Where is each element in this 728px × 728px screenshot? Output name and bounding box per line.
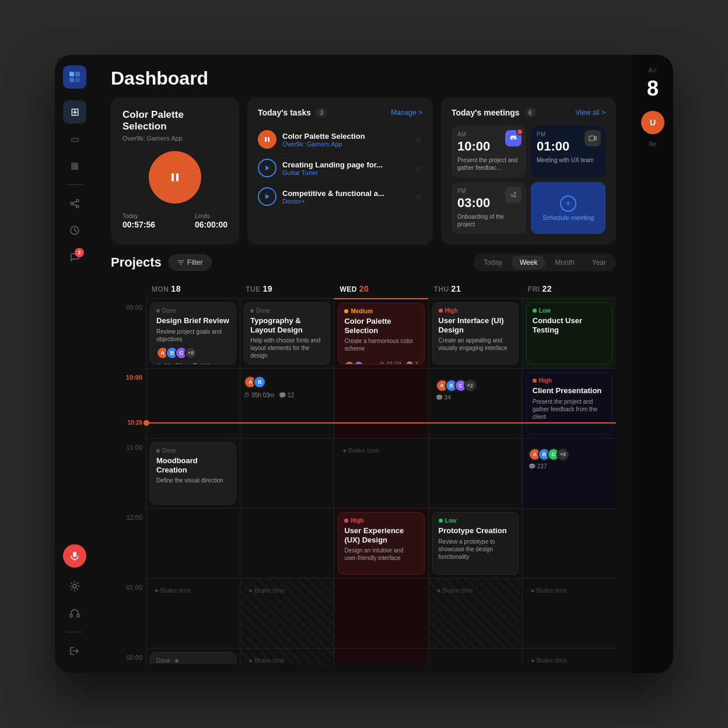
- calendar-icon: ▦: [71, 160, 79, 171]
- calendar-header: MON 18 TUE 19 WED 20 THU 21 FRI 22: [111, 279, 616, 298]
- cal-cell-thu-12: Low Prototype Creation Review a prototyp…: [428, 508, 522, 578]
- cal-cell-wed-9: Medium Color Palette Selection Create a …: [334, 298, 428, 368]
- timer-card: Color Palette Selection Over9k: Gamers A…: [111, 97, 239, 244]
- av-count: +2: [464, 379, 477, 392]
- svg-marker-19: [265, 166, 270, 170]
- view-all-link[interactable]: View all >: [576, 108, 606, 117]
- time-11: 11:00: [111, 438, 146, 508]
- meetings-card-header: Today's meetings 6 View all >: [452, 108, 606, 117]
- sidebar-divider-1: [66, 184, 83, 185]
- cal-cell-fri-10: High Client Presentation Present the pro…: [522, 368, 616, 438]
- day-header-wed: WED 20: [334, 279, 428, 298]
- svg-rect-14: [77, 614, 79, 617]
- task-name-3: Competitive & functional a...: [282, 189, 409, 198]
- tab-month[interactable]: Month: [547, 256, 582, 270]
- task-play-button-2[interactable]: [258, 159, 276, 177]
- teams-icon: [505, 187, 522, 203]
- cal-cell-thu-9: High User Interface (UI) Design Create a…: [428, 298, 522, 368]
- tab-year[interactable]: Year: [584, 256, 614, 270]
- brake-label-tue-14: ● Brake time: [244, 652, 330, 664]
- cal-cell-wed-11: ● Brake time: [334, 438, 428, 508]
- device-frame: ⊞ ▭ ▦ 2: [55, 55, 673, 673]
- tasks-card-title: Today's tasks: [258, 108, 311, 117]
- sidebar-item-clock[interactable]: [63, 219, 86, 242]
- meeting-slot-2[interactable]: PM 01:00 Meeting with UX team: [531, 125, 606, 177]
- sidebar-logo[interactable]: [63, 65, 86, 89]
- task-project-3: Doctor+: [282, 198, 409, 205]
- event-desc-tue-9: Help with choose fonts and layout elemen…: [250, 337, 324, 359]
- right-panel-number: 8: [647, 78, 659, 99]
- task-play-button-3[interactable]: [258, 187, 276, 206]
- sidebar-item-documents[interactable]: ▭: [63, 127, 86, 150]
- cal-cell-thu-14: [428, 648, 522, 664]
- task-star-3[interactable]: ☆: [415, 192, 422, 201]
- day-header-fri: FRI 22: [522, 279, 616, 298]
- task-name-1: Color Palette Selection: [282, 132, 409, 141]
- cal-cell-tue-14: ● Brake time: [240, 648, 334, 664]
- cal-cell-tue-10: A B ⏱05h 03m 💬12: [240, 368, 334, 438]
- event-title-mon-9: Design Brief Review: [156, 316, 230, 326]
- cal-cell-tue-12: [240, 508, 334, 578]
- sidebar-item-notifications[interactable]: 2: [63, 246, 86, 269]
- timer-limits: Limits 06:00:00: [195, 213, 228, 230]
- event-meta-mon-9: ⏱01h 53m 💬118: [156, 363, 230, 365]
- cal-cell-mon-13: ● Brake time: [146, 578, 240, 648]
- svg-rect-0: [69, 72, 74, 76]
- event-priority-mon-11: Done: [156, 447, 230, 454]
- event-priority-thu-12: Low: [439, 517, 512, 524]
- cal-cell-wed-13: [334, 578, 428, 648]
- share-icon: [69, 198, 80, 209]
- meeting-slot-3[interactable]: PM 03:00 Onboarding of the project: [452, 182, 526, 234]
- sidebar-divider-2: [66, 632, 83, 632]
- current-time-line: [146, 422, 616, 424]
- headphones-icon: [69, 608, 80, 618]
- filter-button[interactable]: Filter: [169, 254, 212, 271]
- cal-cell-fri-11: A B C +8 💬237: [522, 438, 616, 508]
- tab-today[interactable]: Today: [475, 256, 510, 270]
- sidebar: ⊞ ▭ ▦ 2: [55, 55, 94, 673]
- schedule-meeting-button[interactable]: + Schedule meeting: [531, 182, 606, 234]
- cal-cell-thu-10: A B C +2 💬34: [428, 368, 522, 438]
- event-desc-mon-9: Review project goals and objectives: [156, 328, 230, 343]
- day-header-thu: THU 21: [428, 279, 522, 298]
- sidebar-item-logout[interactable]: [63, 639, 86, 663]
- schedule-meeting-label: Schedule meeting: [542, 214, 594, 221]
- sidebar-item-calendar[interactable]: ▦: [63, 154, 86, 177]
- event-title-mon-11: Moodboard Creation: [156, 456, 230, 474]
- timer-card-subtitle: Over9k: Gamers App: [123, 135, 228, 142]
- svg-point-12: [73, 584, 76, 588]
- event-desc-thu-9: Create an appealing and visually engagin…: [439, 337, 512, 352]
- svg-rect-1: [75, 72, 80, 76]
- event-title-fri-10: Client Presentation: [533, 386, 606, 396]
- tab-week[interactable]: Week: [512, 256, 545, 270]
- meeting-desc-3: Onboarding of the project: [457, 213, 520, 228]
- microphone-button[interactable]: [63, 544, 86, 568]
- task-pause-button-1[interactable]: [258, 130, 276, 149]
- sidebar-item-share[interactable]: [63, 192, 86, 215]
- right-panel-label: Ac: [649, 66, 657, 74]
- cal-cell-wed-12: High User Experience (UX) Design Design …: [334, 508, 428, 578]
- meeting-slot-1[interactable]: AM 10:00 Present the project and gather …: [452, 125, 526, 177]
- timer-pause-button[interactable]: [149, 151, 201, 204]
- sidebar-item-audio[interactable]: [63, 601, 86, 625]
- tasks-card-header: Today's tasks 3 Manage >: [258, 108, 422, 117]
- event-title-thu-12: Prototype Creation: [439, 526, 512, 536]
- cal-cell-thu-13: ● Brake time: [428, 578, 522, 648]
- cal-cell-fri-12: [522, 508, 616, 578]
- main-content: Dashboard Color Palette Selection Over9k…: [94, 55, 632, 673]
- timer-today: Today 00:57:56: [123, 213, 155, 230]
- sidebar-item-dashboard[interactable]: ⊞: [63, 100, 86, 124]
- event-priority-fri-10: High: [533, 377, 606, 384]
- cal-cell-fri-14: ● Brake time: [522, 648, 616, 664]
- task-star-1[interactable]: ☆: [415, 135, 422, 144]
- manage-link[interactable]: Manage >: [391, 108, 422, 117]
- discord-icon: [505, 130, 522, 146]
- sidebar-item-settings[interactable]: [63, 575, 86, 598]
- task-star-2[interactable]: ☆: [415, 163, 422, 173]
- projects-section: Projects Filter Today Week Month Year: [94, 254, 632, 673]
- event-avatars-tue-10: A B: [244, 376, 330, 388]
- svg-point-25: [514, 192, 516, 194]
- brake-label-fri-13: ● Brake time: [526, 582, 612, 598]
- event-desc-wed-12: Design an intuitive and user-friendly in…: [344, 547, 418, 562]
- svg-rect-3: [75, 78, 80, 82]
